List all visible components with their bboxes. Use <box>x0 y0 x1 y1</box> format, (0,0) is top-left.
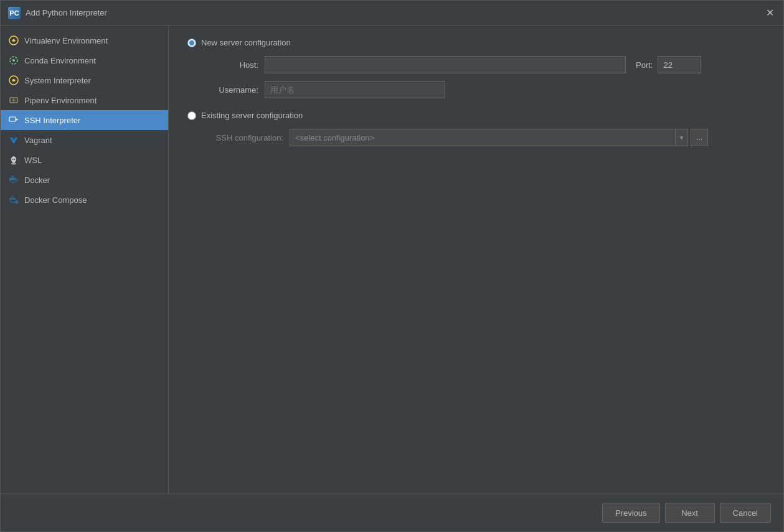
username-input[interactable] <box>265 81 445 98</box>
virtualenv-icon <box>8 35 19 46</box>
dialog: PC Add Python Interpreter ✕ Virtualenv E… <box>0 0 784 532</box>
svg-rect-11 <box>14 178 16 180</box>
footer: Previous Next Cancel <box>1 493 783 531</box>
host-input[interactable] <box>265 56 626 73</box>
ssh-config-dropdown-arrow[interactable]: ▼ <box>676 129 688 146</box>
sidebar-item-conda[interactable]: Conda Environment <box>1 50 168 70</box>
previous-button[interactable]: Previous <box>602 503 660 523</box>
vagrant-icon <box>8 134 19 146</box>
existing-server-label: Existing server configuration <box>201 111 303 120</box>
host-row: Host: Port: <box>202 56 765 73</box>
pipenv-icon <box>8 95 19 106</box>
sidebar-item-docker-compose[interactable]: Docker Compose <box>1 190 168 210</box>
sidebar-item-virtualenv[interactable]: Virtualenv Environment <box>1 30 168 50</box>
username-row: Username: <box>202 81 765 98</box>
svg-rect-14 <box>12 198 14 200</box>
sidebar-item-label-system: System Interpreter <box>24 76 91 85</box>
svg-rect-10 <box>12 178 14 180</box>
svg-rect-5 <box>9 117 16 121</box>
svg-point-2 <box>12 59 15 62</box>
svg-rect-12 <box>12 176 14 178</box>
existing-server-radio-row: Existing server configuration <box>187 111 765 120</box>
sidebar: Virtualenv Environment Conda Environment <box>1 26 169 493</box>
sidebar-item-vagrant[interactable]: Vagrant <box>1 130 168 150</box>
new-server-label: New server configuration <box>201 38 291 47</box>
cancel-button[interactable]: Cancel <box>720 503 771 523</box>
svg-rect-9 <box>9 178 11 180</box>
title-bar: PC Add Python Interpreter ✕ <box>1 1 783 26</box>
wsl-icon <box>8 154 19 166</box>
svg-point-8 <box>14 159 16 160</box>
svg-rect-15 <box>14 198 16 200</box>
main-panel: New server configuration Host: Port: Use… <box>169 26 783 493</box>
ssh-icon <box>8 114 19 126</box>
sidebar-item-label-docker-compose: Docker Compose <box>24 195 87 205</box>
svg-point-17 <box>16 201 19 204</box>
sidebar-item-ssh[interactable]: SSH Interpreter <box>1 110 168 130</box>
sidebar-item-docker[interactable]: Docker <box>1 170 168 190</box>
ssh-config-label: SSH configuration: <box>202 133 283 142</box>
sidebar-item-label-virtualenv: Virtualenv Environment <box>24 36 108 45</box>
docker-compose-icon <box>8 194 19 205</box>
sidebar-item-pipenv[interactable]: Pipenv Environment <box>1 90 168 110</box>
content-area: Virtualenv Environment Conda Environment <box>1 26 783 493</box>
ssh-config-select[interactable]: <select configuration> <box>290 129 676 146</box>
host-label: Host: <box>202 60 258 70</box>
sidebar-item-label-docker: Docker <box>24 175 50 185</box>
existing-server-radio[interactable] <box>187 111 196 120</box>
sidebar-item-label-pipenv: Pipenv Environment <box>24 96 97 105</box>
username-label: Username: <box>202 85 258 95</box>
system-icon <box>8 75 19 86</box>
dialog-title: Add Python Interpreter <box>26 8 763 17</box>
docker-icon <box>8 174 19 185</box>
port-label: Port: <box>636 60 653 70</box>
sidebar-item-wsl[interactable]: WSL <box>1 150 168 170</box>
ssh-config-row: SSH configuration: <select configuration… <box>202 129 765 146</box>
new-server-radio[interactable] <box>187 39 196 47</box>
conda-icon <box>8 55 19 66</box>
svg-rect-16 <box>12 196 14 198</box>
sidebar-item-system[interactable]: System Interpreter <box>1 70 168 90</box>
sidebar-item-label-ssh: SSH Interpreter <box>24 116 80 125</box>
sidebar-item-label-vagrant: Vagrant <box>24 136 52 145</box>
sidebar-item-label-conda: Conda Environment <box>24 56 96 65</box>
next-button[interactable]: Next <box>665 503 715 523</box>
svg-point-7 <box>12 159 14 160</box>
app-icon: PC <box>8 7 21 19</box>
port-input[interactable] <box>658 56 701 73</box>
ssh-browse-button[interactable]: ... <box>691 129 708 146</box>
svg-rect-13 <box>9 198 11 200</box>
ssh-config-select-wrapper: <select configuration> ▼ ... <box>290 129 708 146</box>
close-button[interactable]: ✕ <box>763 7 776 19</box>
new-server-radio-row: New server configuration <box>187 38 765 47</box>
new-server-form: Host: Port: Username: <box>202 56 765 98</box>
sidebar-item-label-wsl: WSL <box>24 156 42 165</box>
